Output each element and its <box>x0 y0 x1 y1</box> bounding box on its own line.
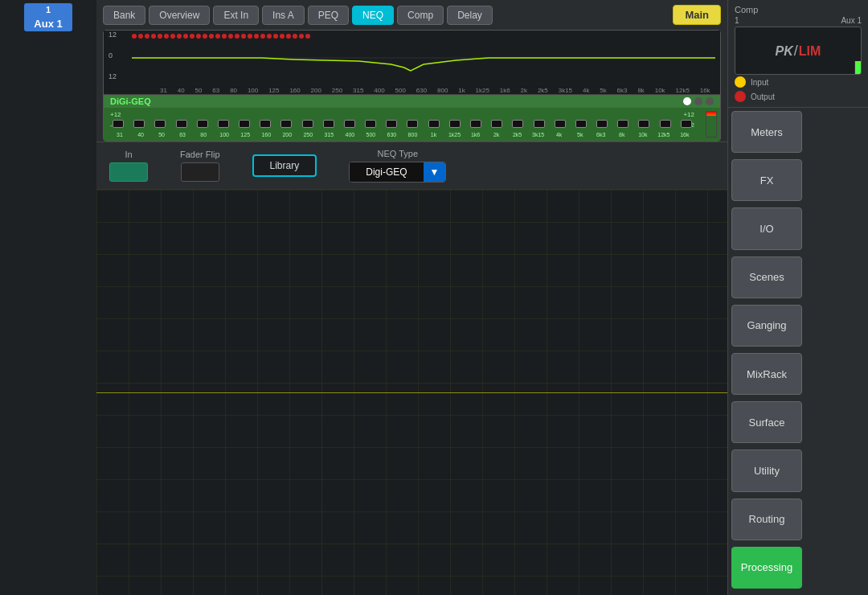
freq-dot-18 <box>248 34 252 39</box>
freq-label-20: 3k15 <box>529 132 548 137</box>
freq-label-18: 2k <box>487 132 506 137</box>
nav-tab-ext in[interactable]: Ext In <box>213 6 259 25</box>
freq-dot-9 <box>190 34 194 39</box>
input-dot <box>735 76 746 88</box>
slider-handle-24[interactable] <box>617 120 628 128</box>
freq-response: 12 0 12 314050 6380100 125160200 2503154… <box>104 31 720 95</box>
nav-tab-ins a[interactable]: Ins A <box>262 6 305 25</box>
slider-handle-6[interactable] <box>239 120 250 128</box>
eq-container: 12 0 12 314050 6380100 125160200 2503154… <box>103 30 721 142</box>
freq-label-5: 100 <box>215 132 234 137</box>
dot-3[interactable] <box>706 97 714 105</box>
slider-handle-15[interactable] <box>428 120 440 128</box>
freq-dot-17 <box>241 34 246 39</box>
slider-handle-27[interactable] <box>681 120 692 128</box>
digi-geq-title: DiGi-GEQ <box>110 96 151 106</box>
neq-type-select[interactable]: Digi-GEQ ▼ <box>349 162 446 183</box>
slider-handle-5[interactable] <box>218 120 229 128</box>
right-btn-utility[interactable]: Utility <box>731 449 802 491</box>
freq-label-25: 10k <box>633 132 653 137</box>
freq-dot-15 <box>228 34 233 39</box>
freq-label-11: 400 <box>340 132 359 137</box>
dot-1[interactable] <box>683 97 691 105</box>
right-btn-meters[interactable]: Meters <box>731 111 802 153</box>
nav-tab-neq[interactable]: NEQ <box>352 6 394 25</box>
right-btn-surface[interactable]: Surface <box>731 401 802 443</box>
slider-handle-10[interactable] <box>323 120 334 128</box>
right-btn-processing[interactable]: Processing <box>731 547 802 589</box>
fader-flip-toggle[interactable] <box>181 162 219 182</box>
level-meter-cover <box>706 116 716 137</box>
slider-handle-16[interactable] <box>449 120 461 128</box>
comp-box: PK / LIM <box>735 27 862 75</box>
slider-handle-7[interactable] <box>260 120 271 128</box>
right-btn-ganging[interactable]: Ganging <box>731 305 802 347</box>
slider-handle-9[interactable] <box>302 120 313 128</box>
slider-handle-19[interactable] <box>512 120 523 128</box>
input-row: Input <box>735 76 805 88</box>
freq-dot-24 <box>286 34 291 39</box>
freq-dot-2 <box>145 34 149 39</box>
slider-handle-17[interactable] <box>470 120 481 128</box>
slider-handle-25[interactable] <box>638 120 649 128</box>
neq-dropdown-arrow[interactable]: ▼ <box>424 162 446 182</box>
right-btn-i/o[interactable]: I/O <box>731 207 802 249</box>
top-nav: BankOverviewExt InIns APEQNEQCompDelay M… <box>96 0 727 30</box>
slider-handle-23[interactable] <box>596 120 608 128</box>
in-toggle[interactable] <box>109 162 148 182</box>
slider-handle-12[interactable] <box>365 120 376 128</box>
slider-handle-20[interactable] <box>534 120 545 128</box>
freq-labels-curve: 314050 6380100 125160200 250315400 50063… <box>132 85 715 96</box>
freq-dots <box>132 34 715 39</box>
comp-meter-cover <box>854 27 861 61</box>
freq-dot-13 <box>215 34 220 39</box>
slider-handle-14[interactable] <box>407 120 418 128</box>
nav-tab-comp[interactable]: Comp <box>397 6 444 25</box>
right-btn-fx[interactable]: FX <box>731 159 802 201</box>
slider-handle-1[interactable] <box>133 120 145 128</box>
slider-handle-4[interactable] <box>197 120 208 128</box>
freq-label-3: 63 <box>173 132 192 137</box>
freq-label-12: 500 <box>361 132 380 137</box>
freq-dot-19 <box>254 34 259 39</box>
right-btn-mixrack[interactable]: MixRack <box>731 353 802 395</box>
slider-handle-22[interactable] <box>575 120 587 128</box>
freq-dot-23 <box>280 34 285 39</box>
slider-handle-21[interactable] <box>555 120 566 128</box>
freq-dot-4 <box>158 34 162 39</box>
left-channel-strip: 1 Aux 1 <box>0 0 96 595</box>
slider-handle-8[interactable] <box>280 120 292 128</box>
nav-tab-overview[interactable]: Overview <box>149 6 210 25</box>
neq-type-group: NEQ Type Digi-GEQ ▼ <box>349 149 446 183</box>
dot-2[interactable] <box>694 97 702 105</box>
freq-label-7: 160 <box>256 132 276 137</box>
comp-title: Comp <box>735 5 862 14</box>
slider-handle-18[interactable] <box>491 120 502 128</box>
freq-dot-25 <box>293 34 297 39</box>
level-meter-bar <box>706 111 717 137</box>
nav-tab-delay[interactable]: Delay <box>447 6 493 25</box>
freq-dot-26 <box>299 34 304 39</box>
library-button[interactable]: Library <box>252 154 317 177</box>
freq-dot-8 <box>183 34 188 39</box>
comp-channel-labels: 1 Aux 1 <box>735 16 862 25</box>
comp-slash: / <box>794 43 798 60</box>
input-output: Input Output <box>735 76 805 102</box>
digi-geq-header: DiGi-GEQ <box>104 95 720 108</box>
freq-label-15: 1k <box>424 132 443 137</box>
nav-tab-peq[interactable]: PEQ <box>308 6 349 25</box>
right-btn-scenes[interactable]: Scenes <box>731 256 802 298</box>
output-label: Output <box>751 92 775 101</box>
slider-handle-0[interactable] <box>113 120 124 128</box>
slider-handle-11[interactable] <box>344 120 355 128</box>
freq-dot-0 <box>132 34 137 39</box>
slider-handle-26[interactable] <box>660 120 671 128</box>
slider-handle-13[interactable] <box>386 120 397 128</box>
freq-dot-21 <box>267 34 272 39</box>
nav-tab-bank[interactable]: Bank <box>103 6 145 25</box>
slider-handle-3[interactable] <box>176 120 187 128</box>
freq-label-6: 125 <box>235 132 255 137</box>
slider-handle-2[interactable] <box>154 120 166 128</box>
right-btn-routing[interactable]: Routing <box>731 499 802 540</box>
main-button[interactable]: Main <box>673 5 721 25</box>
